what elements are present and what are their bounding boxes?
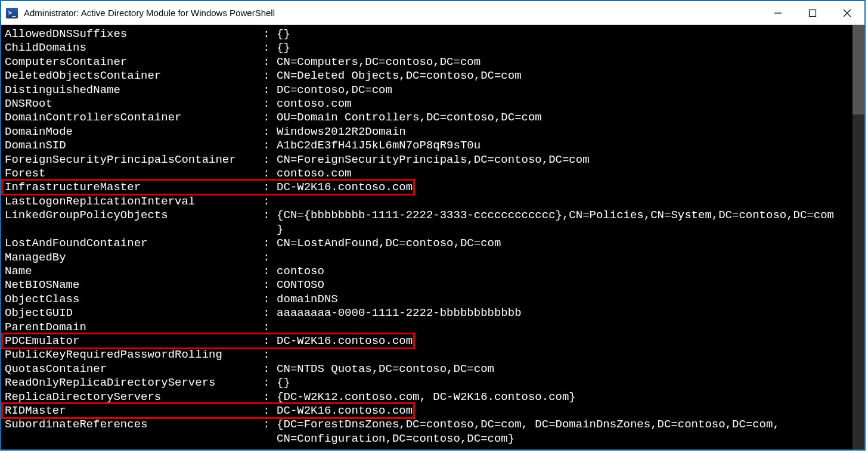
output-line: ChildDomains : {} <box>5 41 861 55</box>
output-line: DomainSID : A1bC2dE3fH4iJ5kL6mN7oP8qR9sT… <box>5 139 861 153</box>
output-line: DomainControllersContainer : OU=Domain C… <box>5 111 861 125</box>
output-line: LinkedGroupPolicyObjects : {CN={bbbbbbbb… <box>5 209 861 222</box>
output-line: NetBIOSName : CONTOSO <box>5 278 861 292</box>
minimize-icon <box>774 9 782 17</box>
maximize-icon <box>808 9 817 17</box>
minimize-button[interactable] <box>761 1 795 24</box>
output-line: CN=Configuration,DC=contoso,DC=com} <box>5 432 861 446</box>
output-line: } <box>5 223 861 237</box>
highlight-box <box>1 333 415 349</box>
output-line: PublicKeyRequiredPasswordRolling : <box>5 348 861 362</box>
output-line: AllowedDNSSuffixes : {} <box>5 27 861 41</box>
scrollbar-thumb[interactable] <box>852 25 864 114</box>
powershell-window: >_ Administrator: Active Directory Modul… <box>0 0 866 451</box>
svg-rect-1 <box>810 10 816 16</box>
output-line-highlighted: PDCEmulator : DC-W2K16.contoso.com <box>5 334 861 348</box>
output-line: Forest : contoso.com <box>5 167 861 181</box>
highlight-box <box>1 179 415 196</box>
output-line: QuotasContainer : CN=NTDS Quotas,DC=cont… <box>5 362 861 376</box>
close-icon <box>843 9 851 17</box>
titlebar-left: >_ Administrator: Active Directory Modul… <box>1 8 275 18</box>
window-title: Administrator: Active Directory Module f… <box>24 8 275 18</box>
output-line: DistinguishedName : DC=contoso,DC=com <box>5 83 861 97</box>
output-line-highlighted: InfrastructureMaster : DC-W2K16.contoso.… <box>5 181 861 194</box>
output-line: DomainMode : Windows2012R2Domain <box>5 125 861 139</box>
output-line: LastLogonReplicationInterval : <box>5 195 861 209</box>
output-line: ManagedBy : <box>5 251 861 265</box>
output-line: ForeignSecurityPrincipalsContainer : CN=… <box>5 153 861 167</box>
output-line: ObjectClass : domainDNS <box>5 293 861 306</box>
output-line: ComputersContainer : CN=Computers,DC=con… <box>5 55 861 69</box>
window-controls <box>761 1 864 24</box>
output-line: Name : contoso <box>5 265 861 278</box>
output-line: LostAndFoundContainer : CN=LostAndFound,… <box>5 237 861 250</box>
output-line: ParentDomain : <box>5 321 861 334</box>
output-line: ReplicaDirectoryServers : {DC-W2K12.cont… <box>5 390 861 404</box>
console-output[interactable]: AllowedDNSSuffixes : {}ChildDomains : {}… <box>1 25 864 449</box>
output-line: DNSRoot : contoso.com <box>5 97 861 111</box>
powershell-icon: >_ <box>6 8 18 18</box>
highlight-box <box>1 402 415 419</box>
window-titlebar[interactable]: >_ Administrator: Active Directory Modul… <box>1 1 864 25</box>
output-line: ReadOnlyReplicaDirectoryServers : {} <box>5 376 861 390</box>
output-line: DeletedObjectsContainer : CN=Deleted Obj… <box>5 69 861 83</box>
output-line: SubordinateReferences : {DC=ForestDnsZon… <box>5 418 861 432</box>
close-button[interactable] <box>830 1 864 24</box>
maximize-button[interactable] <box>795 1 830 24</box>
output-line: ObjectGUID : aaaaaaaa-0000-1111-2222-bbb… <box>5 306 861 320</box>
vertical-scrollbar[interactable] <box>852 25 864 449</box>
output-line-highlighted: RIDMaster : DC-W2K16.contoso.com <box>5 404 861 418</box>
